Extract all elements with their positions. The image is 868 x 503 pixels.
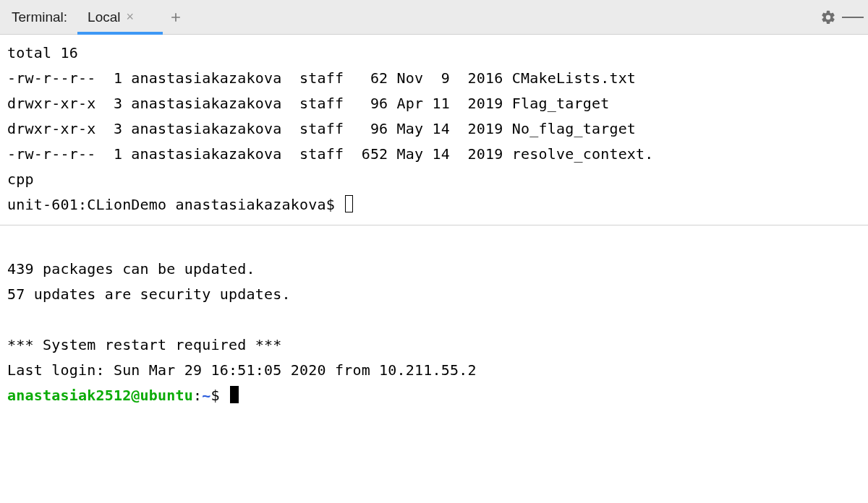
prompt-top: unit-601:CLionDemo anastasiakazakova$ [7, 196, 344, 213]
prompt-colon: : [193, 387, 202, 404]
terminal-header: Terminal: Local × — [0, 0, 868, 35]
terminal-pane-top[interactable]: total 16 -rw-r--r-- 1 anastasiakazakova … [0, 35, 868, 222]
ls-line: drwxr-xr-x 3 anastasiakazakova staff 96 … [7, 95, 609, 112]
tab-label: Local [88, 9, 120, 25]
plus-icon [169, 10, 183, 25]
tab-local[interactable]: Local × [80, 0, 141, 34]
prompt-tail: $ [211, 387, 229, 404]
motd-line: *** System restart required *** [7, 336, 281, 353]
terminal-title: Terminal: [12, 9, 67, 25]
ls-line: total 16 [7, 44, 78, 61]
gear-icon [820, 9, 836, 25]
prompt-user: anastasiak2512@ubuntu [7, 387, 193, 404]
prompt-path: ~ [202, 387, 210, 404]
close-icon[interactable]: × [127, 9, 135, 25]
motd-line: 439 packages can be updated. [7, 260, 255, 278]
ls-line: cpp [7, 171, 34, 188]
ls-line: drwxr-xr-x 3 anastasiakazakova staff 96 … [7, 120, 636, 137]
cursor-block [230, 386, 239, 403]
cursor-outline [345, 195, 353, 212]
minimize-button[interactable]: — [841, 5, 865, 30]
ls-line: -rw-r--r-- 1 anastasiakazakova staff 652… [7, 145, 654, 163]
new-tab-button[interactable] [169, 10, 183, 25]
settings-button[interactable] [816, 5, 841, 30]
motd-line: Last login: Sun Mar 29 16:51:05 2020 fro… [7, 361, 477, 379]
terminal-pane-bottom[interactable]: 439 packages can be updated. 57 updates … [0, 225, 868, 413]
ls-line: -rw-r--r-- 1 anastasiakazakova staff 62 … [7, 69, 636, 87]
motd-line: 57 updates are security updates. [7, 285, 291, 303]
